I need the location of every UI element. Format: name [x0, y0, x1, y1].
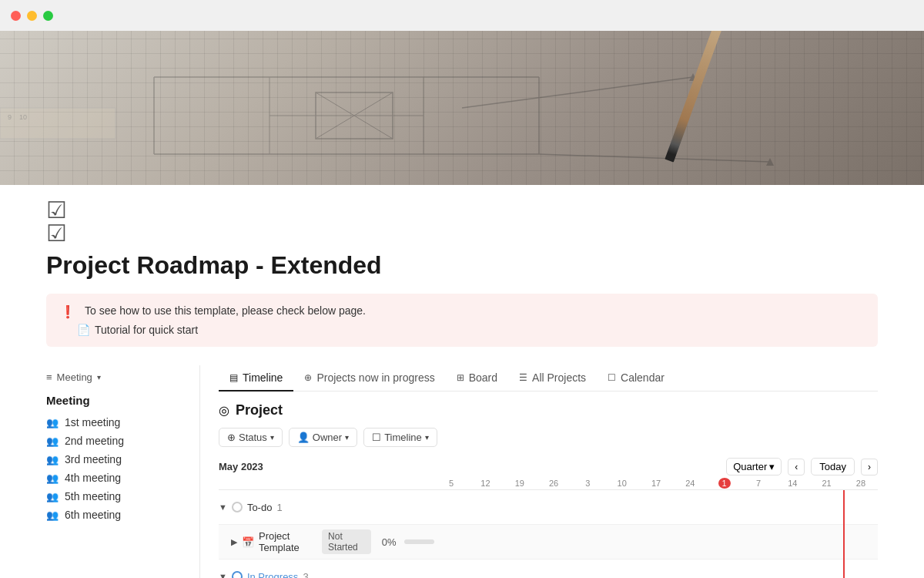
- date-label-7: 7: [742, 479, 775, 488]
- tab-label: Calendar: [621, 371, 665, 384]
- project-template-label: ▶ 📅 Project Template Not Started 0%: [219, 526, 434, 557]
- people-icon: [46, 509, 59, 521]
- tab-timeline[interactable]: ▤Timeline: [219, 365, 293, 391]
- group-label-inprogress[interactable]: ▼ In Progress 3: [219, 568, 434, 579]
- sidebar: ≡ Meeting ▾ Meeting 1st meeting2nd meeti…: [46, 365, 200, 578]
- table-row: ▼ In Progress 3: [219, 560, 878, 578]
- sidebar-item-label: 6th meeting: [65, 509, 121, 521]
- todo-circle: [232, 502, 243, 512]
- sidebar-section-title: Meeting: [46, 394, 190, 407]
- notice-icon: ❗: [60, 304, 75, 319]
- notice-box: ❗ To see how to use this template, pleas…: [46, 294, 878, 347]
- sidebar-item-label: 5th meeting: [65, 490, 121, 502]
- hero-image: 9 10: [0, 31, 924, 185]
- filter-icon: ☐: [372, 432, 381, 443]
- group-toggle-todo[interactable]: ▼: [219, 502, 227, 512]
- date-label-10: 10: [605, 479, 639, 488]
- chevron-down-icon: ▾: [345, 433, 349, 442]
- tab-icon: ☐: [608, 372, 616, 383]
- chevron-down-icon: ▾: [270, 433, 274, 442]
- minimize-button[interactable]: [27, 11, 37, 21]
- date-label-17: 17: [639, 479, 673, 488]
- inprogress-label: In Progress: [247, 571, 298, 579]
- tabs-bar: ▤Timeline⊕Projects now in progress⊞Board…: [219, 365, 878, 391]
- filter-icon: ⊕: [227, 432, 236, 443]
- sidebar-item-label: 1st meeting: [65, 416, 120, 428]
- tab-in-progress[interactable]: ⊕Projects now in progress: [293, 365, 445, 391]
- date-label-3: 3: [571, 479, 604, 488]
- date-label-12: 12: [468, 479, 502, 488]
- chevron-down-icon: ▾: [97, 373, 101, 381]
- tab-all-projects[interactable]: ☰All Projects: [508, 365, 597, 391]
- date-label-21: 21: [809, 479, 843, 488]
- tab-label: Board: [469, 371, 497, 384]
- people-icon: [46, 453, 59, 465]
- group-toggle-inprogress[interactable]: ▼: [219, 572, 227, 578]
- svg-line-10: [462, 77, 693, 108]
- sidebar-item-label: 4th meeting: [65, 472, 121, 484]
- close-button[interactable]: [11, 11, 21, 21]
- today-button[interactable]: Today: [811, 458, 855, 476]
- date-marker: 1: [708, 479, 742, 488]
- chevron-down-icon: ▾: [425, 433, 429, 442]
- tab-calendar[interactable]: ☐Calendar: [597, 365, 675, 391]
- sidebar-item-label: 2nd meeting: [65, 435, 124, 447]
- group-label-todo[interactable]: ▼ To-do 1: [219, 499, 434, 516]
- filter-bar: ⊕Status▾👤Owner▾☐Timeline▾: [219, 428, 878, 447]
- sidebar-item[interactable]: 3rd meeting: [46, 450, 190, 469]
- tab-label: Projects now in progress: [316, 371, 434, 384]
- sidebar-item[interactable]: 2nd meeting: [46, 432, 190, 450]
- project-template-progress-bar: [404, 539, 434, 544]
- tab-icon: ▤: [229, 372, 238, 383]
- timeline-controls: Quarter ▾ ‹ Today ›: [726, 458, 878, 476]
- page-title: Project Roadmap - Extended: [46, 251, 878, 280]
- notice-text: To see how to use this template, please …: [85, 304, 366, 317]
- table-row: ▶ 📅 Project Template Not Started 0%: [219, 525, 878, 560]
- expand-icon[interactable]: ▶: [231, 537, 237, 547]
- inprogress-count: 3: [303, 571, 308, 579]
- sidebar-header[interactable]: ≡ Meeting ▾: [46, 365, 190, 389]
- filter-owner[interactable]: 👤Owner▾: [289, 428, 357, 447]
- list-icon: ≡: [46, 371, 52, 383]
- svg-text:10: 10: [19, 113, 27, 121]
- date-label-24: 24: [673, 479, 707, 488]
- timeline-prev-button[interactable]: ‹: [788, 459, 805, 476]
- project-title: Project: [236, 402, 283, 418]
- tab-icon: ⊞: [457, 372, 464, 383]
- date-label-28: 28: [844, 479, 878, 488]
- timeline-container: May 2023 Quarter ▾ ‹ Today › 5: [219, 458, 878, 578]
- tab-label: Timeline: [243, 371, 283, 384]
- filter-status[interactable]: ⊕Status▾: [219, 428, 283, 447]
- timeline-month-label: May 2023: [219, 461, 263, 472]
- notice-link[interactable]: 📄 Tutorial for quick start: [60, 324, 864, 336]
- status-badge-not-started: Not Started: [322, 529, 371, 554]
- project-template-percent: 0%: [382, 536, 397, 548]
- maximize-button[interactable]: [43, 11, 53, 21]
- people-icon: [46, 435, 59, 447]
- tab-icon: ☰: [519, 372, 527, 383]
- project-header: ◎ Project: [219, 402, 878, 418]
- inprogress-circle: [232, 571, 243, 578]
- people-icon: [46, 416, 59, 428]
- filter-timeline[interactable]: ☐Timeline▾: [363, 428, 437, 447]
- sidebar-item-label: 3rd meeting: [65, 453, 122, 465]
- tab-label: All Projects: [532, 371, 586, 384]
- sidebar-item[interactable]: 6th meeting: [46, 506, 190, 524]
- people-icon: [46, 490, 59, 502]
- inprogress-bar-area: [434, 560, 878, 578]
- date-label-14: 14: [775, 479, 809, 488]
- sidebar-item[interactable]: 5th meeting: [46, 487, 190, 506]
- tab-board[interactable]: ⊞Board: [446, 365, 508, 391]
- main-panel: ▤Timeline⊕Projects now in progress⊞Board…: [200, 365, 878, 578]
- project-template-name[interactable]: Project Template: [259, 530, 317, 553]
- filter-icon: 👤: [297, 432, 310, 443]
- timeline-next-button[interactable]: ›: [861, 459, 878, 476]
- people-icon: [46, 472, 59, 484]
- tab-icon: ⊕: [304, 372, 312, 383]
- quarter-button[interactable]: Quarter ▾: [726, 458, 782, 476]
- page-icon-area: ☑ ☑: [0, 185, 924, 251]
- sidebar-item[interactable]: 1st meeting: [46, 413, 190, 432]
- todo-bar-area: [434, 490, 878, 524]
- svg-line-12: [539, 154, 770, 162]
- sidebar-item[interactable]: 4th meeting: [46, 469, 190, 487]
